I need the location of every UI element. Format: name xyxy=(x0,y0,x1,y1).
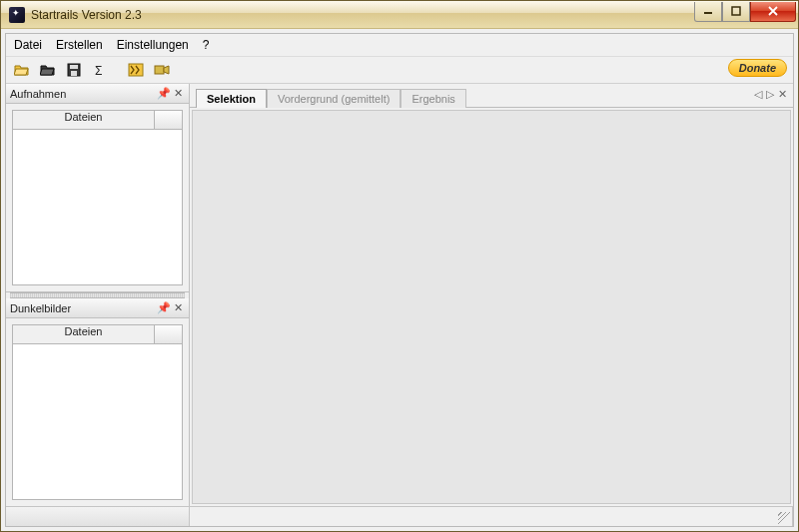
tab-next-icon[interactable]: ▷ xyxy=(766,88,774,101)
svg-rect-6 xyxy=(129,64,143,76)
darkframes-panel: Dunkelbilder 📌 ✕ Dateien xyxy=(6,298,189,506)
pin-icon[interactable]: 📌 xyxy=(157,301,171,314)
darkframes-columns: Dateien xyxy=(12,324,183,344)
titlebar[interactable]: Startrails Version 2.3 xyxy=(1,1,798,29)
tab-prev-icon[interactable]: ◁ xyxy=(754,88,762,101)
menubar: Datei Erstellen Einstellungen ? xyxy=(6,34,793,57)
open-folder-icon[interactable] xyxy=(12,60,32,80)
process-icon[interactable] xyxy=(126,60,146,80)
app-window: Startrails Version 2.3 Datei Erstellen E… xyxy=(0,0,799,532)
tabstrip: Selektion Vordergrund (gemittelt) Ergebn… xyxy=(190,84,793,108)
svg-rect-0 xyxy=(704,12,712,14)
workspace: Aufnahmen 📌 ✕ Dateien Dunkelbilder 📌 xyxy=(6,84,793,506)
column-header-files[interactable]: Dateien xyxy=(12,110,155,130)
svg-text:Σ: Σ xyxy=(95,64,102,77)
lightframes-panel: Aufnahmen 📌 ✕ Dateien xyxy=(6,84,189,292)
image-canvas[interactable] xyxy=(192,110,791,504)
client-area: Datei Erstellen Einstellungen ? Σ xyxy=(5,33,794,527)
status-left xyxy=(6,507,190,526)
window-title: Startrails Version 2.3 xyxy=(31,8,694,22)
darkframes-title: Dunkelbilder xyxy=(10,302,157,314)
open-dark-folder-icon[interactable] xyxy=(38,60,58,80)
status-main xyxy=(190,507,793,526)
lightframes-header[interactable]: Aufnahmen 📌 ✕ xyxy=(6,84,189,104)
column-header-spacer[interactable] xyxy=(155,324,183,344)
menu-help[interactable]: ? xyxy=(203,38,210,52)
minimize-button[interactable] xyxy=(694,2,722,22)
tab-selection[interactable]: Selektion xyxy=(196,89,267,108)
close-icon[interactable]: ✕ xyxy=(171,301,185,314)
pin-icon[interactable]: 📌 xyxy=(157,87,171,100)
column-header-spacer[interactable] xyxy=(155,110,183,130)
video-icon[interactable] xyxy=(152,60,172,80)
close-button[interactable] xyxy=(750,2,796,22)
resize-grip-icon[interactable] xyxy=(778,512,790,524)
lightframes-columns: Dateien xyxy=(12,110,183,130)
darkframes-list[interactable] xyxy=(12,344,183,500)
darkframes-header[interactable]: Dunkelbilder 📌 ✕ xyxy=(6,298,189,318)
maximize-button[interactable] xyxy=(722,2,750,22)
menu-settings[interactable]: Einstellungen xyxy=(117,38,189,52)
sigma-icon[interactable]: Σ xyxy=(90,60,110,80)
lightframes-list[interactable] xyxy=(12,130,183,285)
main-area: Selektion Vordergrund (gemittelt) Ergebn… xyxy=(190,84,793,506)
tab-close-icon[interactable]: ✕ xyxy=(778,88,787,101)
svg-rect-1 xyxy=(732,7,740,15)
menu-file[interactable]: Datei xyxy=(14,38,42,52)
window-controls xyxy=(694,2,796,22)
lightframes-title: Aufnahmen xyxy=(10,88,157,100)
statusbar xyxy=(6,506,793,526)
close-icon[interactable]: ✕ xyxy=(171,87,185,100)
menu-create[interactable]: Erstellen xyxy=(56,38,103,52)
tab-foreground[interactable]: Vordergrund (gemittelt) xyxy=(267,89,401,108)
svg-rect-3 xyxy=(70,65,78,69)
sidebar: Aufnahmen 📌 ✕ Dateien Dunkelbilder 📌 xyxy=(6,84,190,506)
tabstrip-nav: ◁ ▷ ✕ xyxy=(754,88,787,101)
svg-rect-7 xyxy=(155,66,164,74)
column-header-files[interactable]: Dateien xyxy=(12,324,155,344)
app-icon xyxy=(9,7,25,23)
save-icon[interactable] xyxy=(64,60,84,80)
toolbar: Σ Donate xyxy=(6,57,793,84)
svg-rect-4 xyxy=(71,71,77,76)
tab-result[interactable]: Ergebnis xyxy=(400,89,465,108)
donate-button[interactable]: Donate xyxy=(728,59,787,77)
